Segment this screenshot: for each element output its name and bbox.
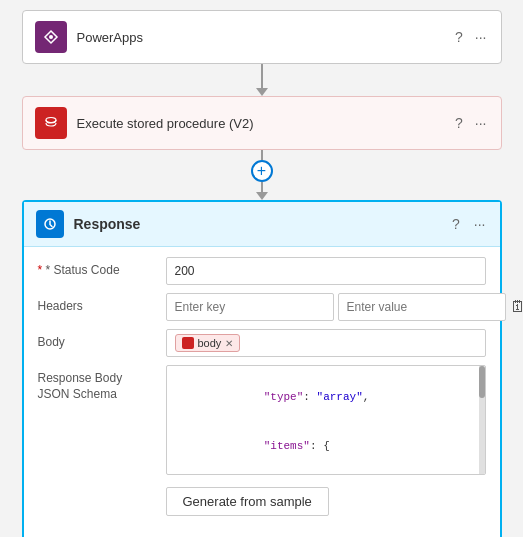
status-code-label: * * Status Code: [38, 257, 158, 277]
execute-icon: [35, 107, 67, 139]
execute-actions: ? ···: [453, 113, 488, 133]
schema-row: Response Body JSON Schema "type": "array…: [38, 365, 486, 475]
svg-point-2: [49, 35, 53, 39]
plus-line-top: [261, 150, 263, 160]
body-tag-close[interactable]: ✕: [225, 338, 233, 349]
required-marker: *: [38, 263, 46, 277]
top-connector: [256, 64, 268, 96]
powerapps-help-button[interactable]: ?: [453, 27, 465, 47]
execute-title: Execute stored procedure (V2): [77, 116, 444, 131]
headers-inputs: 🗓: [166, 293, 524, 321]
response-header-icon: [36, 210, 64, 238]
execute-card: Execute stored procedure (V2) ? ···: [22, 96, 502, 150]
headers-value-input[interactable]: [338, 293, 506, 321]
execute-help-button[interactable]: ?: [453, 113, 465, 133]
arrow-head-1: [256, 88, 268, 96]
body-tag-text: body: [198, 337, 222, 349]
json-line-1: "type": "array",: [173, 372, 479, 422]
arrow-line-1: [261, 64, 263, 88]
json-scrollbar[interactable]: [479, 366, 485, 474]
response-body: * * Status Code Headers 🗓 Body: [24, 247, 500, 530]
status-code-row: * * Status Code: [38, 257, 486, 285]
execute-more-button[interactable]: ···: [473, 113, 489, 133]
powerapps-more-button[interactable]: ···: [473, 27, 489, 47]
body-row: Body body ✕: [38, 329, 486, 357]
body-tag: body ✕: [175, 334, 241, 352]
hide-advanced-row: Hide advanced options ∧: [24, 530, 500, 537]
plus-line-bottom: [261, 182, 263, 192]
arrow-head-2: [256, 192, 268, 200]
canvas: PowerApps ? ··· Execute stored procedure…: [10, 10, 513, 537]
powerapps-icon: [35, 21, 67, 53]
plus-connector: +: [251, 150, 273, 200]
json-line-2: "items": {: [173, 422, 479, 472]
headers-add-icon[interactable]: 🗓: [510, 298, 524, 316]
response-header: Response ? ···: [24, 202, 500, 247]
generate-from-sample-button[interactable]: Generate from sample: [166, 487, 329, 516]
status-code-input[interactable]: [166, 257, 486, 285]
powerapps-title: PowerApps: [77, 30, 444, 45]
body-tag-icon: [182, 337, 194, 349]
svg-rect-7: [183, 338, 193, 348]
headers-label: Headers: [38, 293, 158, 313]
response-panel: Response ? ··· * * Status Code Headers 🗓: [22, 200, 502, 537]
body-label: Body: [38, 329, 158, 349]
headers-key-input[interactable]: [166, 293, 334, 321]
headers-row: Headers 🗓: [38, 293, 486, 321]
json-line-3: "type": "object",: [173, 471, 479, 475]
json-schema-editor[interactable]: "type": "array", "items": { "type": "obj…: [166, 365, 486, 475]
response-more-button[interactable]: ···: [472, 214, 488, 234]
add-step-button[interactable]: +: [251, 160, 273, 182]
body-field[interactable]: body ✕: [166, 329, 486, 357]
powerapps-actions: ? ···: [453, 27, 488, 47]
powerapps-card: PowerApps ? ···: [22, 10, 502, 64]
response-title: Response: [74, 216, 441, 232]
json-scrollbar-thumb: [479, 366, 485, 398]
schema-label: Response Body JSON Schema: [38, 365, 158, 402]
response-help-button[interactable]: ?: [450, 214, 462, 234]
